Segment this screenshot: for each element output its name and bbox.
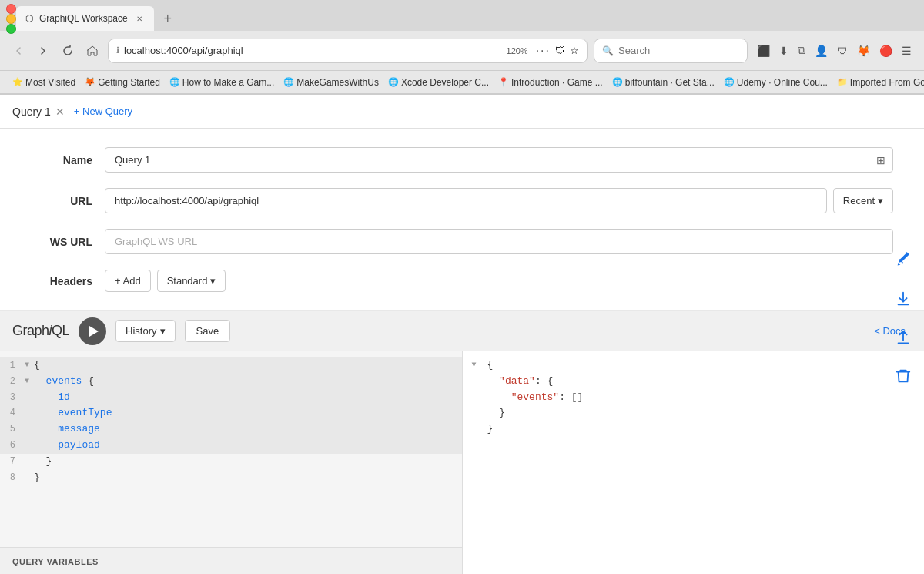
line-number-1: 1 bbox=[0, 357, 25, 373]
query-tabs-bar: Query 1 ✕ + New Query bbox=[0, 95, 924, 129]
line-code-1: { bbox=[34, 357, 462, 374]
editor-line-6: 6 payload bbox=[0, 438, 462, 454]
new-query-button[interactable]: + New Query bbox=[74, 106, 132, 117]
add-header-button[interactable]: + Add bbox=[105, 270, 151, 292]
editor-line-8: 8 } bbox=[0, 470, 462, 486]
add-header-label: + Add bbox=[115, 275, 141, 287]
back-button[interactable] bbox=[9, 42, 28, 60]
shield-button[interactable]: 🛡 bbox=[834, 42, 851, 60]
query-variables-label[interactable]: QUERY VARIABLES bbox=[12, 557, 99, 566]
name-input-wrapper: ⊞ bbox=[105, 147, 893, 173]
delete-icon-button[interactable] bbox=[895, 368, 912, 384]
search-bar[interactable]: 🔍 bbox=[594, 39, 748, 63]
new-query-label: + New Query bbox=[74, 106, 132, 117]
run-query-button[interactable] bbox=[79, 317, 106, 345]
history-button[interactable]: History ▾ bbox=[116, 320, 175, 342]
result-collapse-1[interactable]: ▼ bbox=[466, 357, 481, 374]
line-number-7: 7 bbox=[0, 454, 25, 469]
headers-label: Headers bbox=[31, 275, 92, 287]
bookmark-icon-5: 📍 bbox=[498, 77, 509, 87]
line-code-7: } bbox=[34, 454, 462, 470]
line-collapse-5 bbox=[25, 421, 34, 423]
bookmark-label-2: How to Make a Gam... bbox=[182, 77, 274, 88]
tab-close-button[interactable]: ✕ bbox=[134, 13, 145, 24]
result-code-2: "data": { bbox=[481, 374, 925, 390]
download-icon-button[interactable] bbox=[895, 290, 912, 307]
name-row: Name ⊞ bbox=[31, 147, 893, 173]
bookmark-icon[interactable]: 🛡 bbox=[555, 45, 565, 56]
line-code-5: message bbox=[34, 421, 462, 438]
line-collapse-1[interactable]: ▼ bbox=[25, 357, 34, 371]
bookmark-intro[interactable]: 📍 Introduction · Game ... bbox=[495, 76, 606, 89]
upload-icon-button[interactable] bbox=[895, 329, 912, 346]
save-button[interactable]: Save bbox=[185, 320, 231, 342]
download-manager-button[interactable]: ⬇ bbox=[776, 42, 792, 60]
profiles-button[interactable]: 👤 bbox=[812, 42, 831, 60]
home-button[interactable] bbox=[83, 42, 102, 60]
pin-icon-button[interactable] bbox=[895, 252, 912, 269]
standard-dropdown-button[interactable]: Standard ▾ bbox=[157, 270, 226, 292]
line-collapse-4 bbox=[25, 405, 34, 407]
active-query-tab[interactable]: Query 1 ✕ bbox=[12, 106, 65, 118]
bookmark-most-visited[interactable]: ⭐ Most Visited bbox=[9, 76, 79, 89]
graphiql-title: GraphiQL bbox=[12, 323, 69, 339]
result-content: ▼ { "data": { "events": [] bbox=[463, 351, 925, 574]
extensions-button[interactable]: ⬛ bbox=[754, 42, 773, 60]
bookmark-label-4: Xcode Developer C... bbox=[401, 77, 489, 88]
graphiql-section: GraphiQL History ▾ Save < Docs 1 ▼ bbox=[0, 311, 924, 574]
firefox-icon[interactable]: 🦊 bbox=[854, 42, 873, 60]
line-collapse-3 bbox=[25, 390, 34, 391]
refresh-button[interactable] bbox=[59, 42, 77, 60]
search-input[interactable] bbox=[618, 45, 726, 56]
name-input[interactable] bbox=[105, 147, 893, 173]
url-input[interactable] bbox=[105, 188, 827, 213]
query-tab-close-button[interactable]: ✕ bbox=[55, 106, 65, 117]
bookmark-xcode[interactable]: 🌐 Xcode Developer C... bbox=[385, 76, 492, 89]
tab-overview-button[interactable]: ⧉ bbox=[795, 41, 808, 60]
editor-panes: 1 ▼ { 2 ▼ events { 3 id bbox=[0, 351, 924, 574]
line-number-3: 3 bbox=[0, 390, 25, 405]
active-tab[interactable]: ⬡ GraphiQL Workspace ✕ bbox=[16, 6, 154, 31]
extension1-button[interactable]: 🔴 bbox=[876, 42, 896, 60]
bookmark-bitfountain[interactable]: 🌐 bitfountain · Get Sta... bbox=[609, 76, 718, 89]
bookmark-icon-0: ⭐ bbox=[12, 77, 23, 87]
bookmark-label-5: Introduction · Game ... bbox=[511, 77, 603, 88]
traffic-light-red[interactable] bbox=[6, 4, 16, 14]
menu-button[interactable]: ☰ bbox=[899, 42, 915, 60]
line-collapse-2[interactable]: ▼ bbox=[25, 374, 34, 388]
bookmark-label-3: MakeGamesWithUs bbox=[296, 77, 379, 88]
traffic-light-yellow[interactable] bbox=[6, 14, 16, 24]
headers-controls: + Add Standard ▾ bbox=[105, 270, 226, 292]
bookmark-icon-4: 🌐 bbox=[388, 77, 399, 87]
ws-url-input[interactable] bbox=[105, 229, 893, 254]
bookmark-icon-3: 🌐 bbox=[283, 77, 294, 87]
editor-line-4: 4 eventType bbox=[0, 405, 462, 421]
nav-toolbar-icons: ⬛ ⬇ ⧉ 👤 🛡 🦊 🔴 ☰ bbox=[754, 41, 915, 60]
traffic-lights bbox=[6, 4, 16, 34]
line-code-4: eventType bbox=[34, 405, 462, 421]
more-options-icon[interactable]: ··· bbox=[536, 44, 551, 58]
editor-line-3: 3 id bbox=[0, 390, 462, 406]
navigation-bar: ℹ localhost:4000/api/graphiql 120% ··· 🛡… bbox=[0, 31, 924, 71]
query-editor-content[interactable]: 1 ▼ { 2 ▼ events { 3 id bbox=[0, 351, 462, 547]
bookmark-getting-started[interactable]: 🦊 Getting Started bbox=[82, 76, 163, 89]
star-icon[interactable]: ☆ bbox=[570, 45, 579, 56]
bookmark-imported[interactable]: 📁 Imported From Goo... bbox=[834, 76, 924, 89]
result-line-2: "data": { bbox=[466, 374, 925, 390]
new-tab-button[interactable]: + bbox=[157, 8, 179, 29]
bookmark-game[interactable]: 🌐 How to Make a Gam... bbox=[166, 76, 277, 89]
recent-dropdown-button[interactable]: Recent ▾ bbox=[833, 188, 893, 213]
name-field-icon[interactable]: ⊞ bbox=[876, 154, 886, 166]
traffic-light-green[interactable] bbox=[6, 24, 16, 34]
query-variables-bar[interactable]: QUERY VARIABLES bbox=[0, 547, 462, 574]
query-editor[interactable]: 1 ▼ { 2 ▼ events { 3 id bbox=[0, 351, 463, 574]
bookmark-label-6: bitfountain · Get Sta... bbox=[625, 77, 715, 88]
ws-url-row: WS URL bbox=[31, 229, 893, 254]
ws-url-label: WS URL bbox=[31, 236, 92, 248]
forward-button[interactable] bbox=[34, 42, 52, 60]
bookmark-label-8: Imported From Goo... bbox=[850, 77, 924, 88]
bookmark-makegames[interactable]: 🌐 MakeGamesWithUs bbox=[280, 76, 382, 89]
line-collapse-8 bbox=[25, 470, 34, 472]
address-bar[interactable]: ℹ localhost:4000/api/graphiql 120% ··· 🛡… bbox=[108, 39, 588, 63]
bookmark-udemy[interactable]: 🌐 Udemy · Online Cou... bbox=[721, 76, 831, 89]
